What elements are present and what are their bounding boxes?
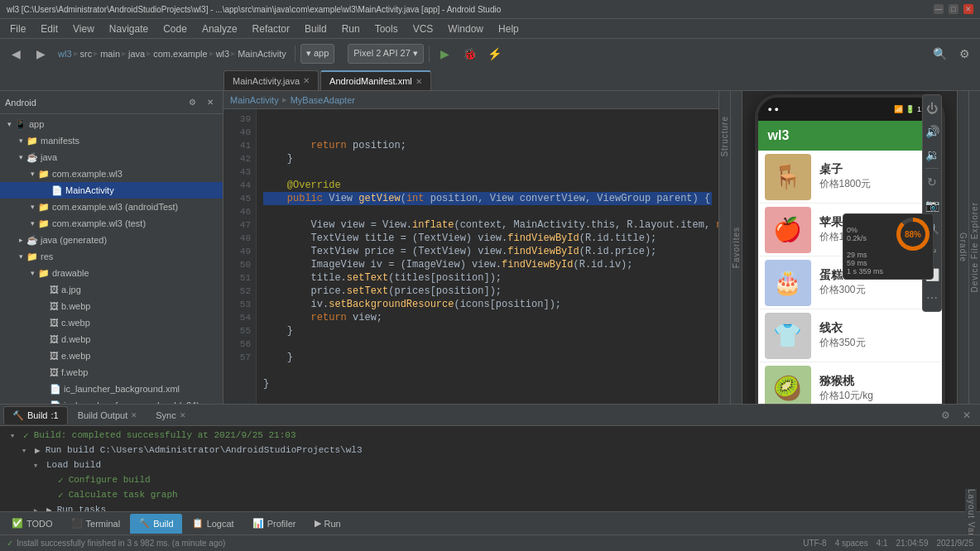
menu-run[interactable]: Run	[335, 22, 367, 36]
build-output-close[interactable]: ✕	[131, 411, 137, 419]
close-button[interactable]: ✕	[963, 4, 973, 14]
sidebar-item-drawable[interactable]: ▾ 📁 drawable	[0, 265, 223, 281]
status-message: Install successfully finished in 3 s 982…	[17, 539, 225, 548]
menu-file[interactable]: File	[3, 22, 32, 36]
build-close-btn[interactable]: ✕	[957, 405, 977, 425]
tree-arrow: ▸	[15, 236, 26, 244]
sidebar-item-ic-bg[interactable]: 📄 ic_launcher_background.xml	[0, 381, 223, 397]
sidebar-item-com-example[interactable]: ▾ 📁 com.example.wl3	[0, 165, 223, 182]
tab-mainactivity-close[interactable]: ✕	[303, 76, 310, 85]
menu-edit[interactable]: Edit	[34, 22, 65, 36]
tree-arrow: ▾	[3, 120, 15, 128]
bottom-tab-profiler[interactable]: 📊 Profiler	[244, 514, 305, 534]
menu-help[interactable]: Help	[492, 22, 526, 36]
tab-mainactivity[interactable]: MainActivity.java ✕	[223, 70, 319, 90]
build-expand[interactable]: ▾	[30, 460, 41, 471]
sidebar-item-ewebp[interactable]: 🖼 e.webp	[0, 347, 223, 364]
perf-row: 0% 0.2k/s 88%	[847, 218, 930, 251]
bottom-tab-terminal[interactable]: ⬛ Terminal	[63, 514, 129, 534]
sidebar-item-dwebp[interactable]: 🖼 d.webp	[0, 331, 223, 347]
sidebar-item-java[interactable]: ▾ ☕ java	[0, 149, 223, 165]
menu-analyze[interactable]: Analyze	[195, 22, 244, 36]
debug-button[interactable]: 🐞	[459, 43, 481, 65]
menu-tools[interactable]: Tools	[368, 22, 405, 36]
sidebar-item-fwebp[interactable]: 🖼 f.webp	[0, 364, 223, 381]
back-button[interactable]: ◀	[5, 43, 26, 65]
favorites-panel[interactable]: Favorites	[730, 91, 742, 404]
ewebp-label: e.webp	[61, 351, 90, 361]
build-expand[interactable]: ▸	[30, 505, 41, 512]
menu-window[interactable]: Window	[441, 22, 490, 36]
bottom-tab-todo[interactable]: ✅ TODO	[3, 514, 61, 534]
bottom-tab-build[interactable]: 🔨 Build	[130, 514, 181, 534]
code-editor[interactable]: return position; } @Override public View…	[257, 109, 718, 404]
build-tab-sync[interactable]: Sync ✕	[147, 406, 194, 424]
menu-vcs[interactable]: VCS	[406, 22, 440, 36]
power-button[interactable]: ⏻	[922, 98, 942, 118]
bottom-tab-logcat[interactable]: 📋 Logcat	[184, 514, 243, 534]
perf-time3: 1 s 359 ms	[847, 267, 930, 276]
phone-app-title: wl3	[768, 128, 790, 143]
sidebar-item-app[interactable]: ▾ 📱 app	[0, 116, 223, 132]
build-expand[interactable]: ▾	[18, 445, 30, 456]
build-settings-btn[interactable]: ⚙	[935, 405, 955, 425]
sidebar-item-ic-fg[interactable]: 📄 ic_launcher_foreground.xml (v24)	[0, 397, 223, 404]
search-everywhere-button[interactable]: 🔍	[929, 43, 950, 65]
taskgraph-icon: ✓	[58, 490, 64, 501]
list-item: 🥝 猕猴桃 价格10元/kg	[758, 362, 942, 404]
sidebar-item-androidtest[interactable]: ▾ 📁 com.example.wl3 (androidTest)	[0, 199, 223, 215]
sidebar-item-ajpg[interactable]: 🖼 a.jpg	[0, 281, 223, 298]
sidebar-item-mainactivity[interactable]: 📄 MainActivity	[0, 182, 223, 199]
toolbar-sep2: ▸	[94, 48, 98, 59]
device-file-explorer-panel[interactable]: Device File Explorer	[968, 91, 980, 404]
sidebar-close[interactable]: ✕	[203, 95, 218, 110]
rotate-button[interactable]: ↻	[922, 172, 942, 192]
device-dropdown[interactable]: Pixel 2 API 27 ▾	[348, 44, 424, 64]
status-encoding[interactable]: UTF-8	[803, 539, 826, 548]
menu-refactor[interactable]: Refactor	[246, 22, 296, 36]
more-button[interactable]: ⋯	[922, 288, 942, 308]
toolbar-wl3: wl3	[58, 49, 72, 59]
item-name: 桌子	[819, 162, 935, 177]
snapshot-button[interactable]: 📷	[922, 195, 942, 215]
tab-androidmanifest-close[interactable]: ✕	[416, 77, 422, 86]
sidebar-item-bwebp[interactable]: 🖼 b.webp	[0, 298, 223, 314]
build-tab-build[interactable]: 🔨 Build :1	[3, 406, 68, 424]
code-view[interactable]: 39 40 41 42 43 44 45 46 47 48 49 50 51 5…	[223, 109, 718, 404]
sidebar-item-cwebp[interactable]: 🖼 c.webp	[0, 314, 223, 331]
sidebar-item-java-gen[interactable]: ▸ ☕ java (generated)	[0, 232, 223, 248]
menu-view[interactable]: View	[66, 22, 101, 36]
menu-code[interactable]: Code	[156, 22, 194, 36]
sidebar-tree: ▾ 📱 app ▾ 📁 manifests ▾ ☕ java ▾ 📁	[0, 114, 223, 404]
breadcrumb-mainactivity: MainActivity	[230, 95, 279, 105]
menu-navigate[interactable]: Navigate	[103, 22, 155, 36]
build-tab-output[interactable]: Build Output ✕	[70, 406, 147, 424]
fwebp-label: f.webp	[61, 367, 88, 377]
forward-button[interactable]: ▶	[30, 43, 51, 65]
sidebar-item-test[interactable]: ▾ 📁 com.example.wl3 (test)	[0, 215, 223, 232]
run-icon: ▶	[315, 518, 321, 529]
build-sync-close[interactable]: ✕	[180, 411, 186, 419]
maximize-button[interactable]: □	[949, 4, 958, 14]
tree-arrow: ▾	[26, 203, 38, 211]
run-button[interactable]: ▶	[435, 43, 456, 65]
menu-bar: File Edit View Navigate Code Analyze Ref…	[0, 18, 980, 38]
build-expand[interactable]: ▾	[7, 430, 18, 441]
app-dropdown[interactable]: ▾ app	[300, 44, 334, 64]
sidebar-settings[interactable]: ⚙	[185, 95, 199, 110]
sidebar-item-res[interactable]: ▾ 📁 res	[0, 248, 223, 265]
bottom-tab-run[interactable]: ▶ Run	[306, 514, 349, 534]
volume-up-button[interactable]: 🔊	[922, 122, 942, 141]
menu-build[interactable]: Build	[298, 22, 334, 36]
settings-button[interactable]: ⚙	[954, 43, 975, 65]
structure-panel[interactable]: Structure	[718, 91, 730, 404]
minimize-button[interactable]: —	[934, 4, 944, 14]
profile-button[interactable]: ⚡	[484, 43, 506, 65]
status-spaces[interactable]: 4 spaces	[835, 539, 868, 548]
sidebar-item-manifests[interactable]: ▾ 📁 manifests	[0, 132, 223, 149]
volume-down-button[interactable]: 🔉	[922, 145, 942, 165]
build-sync-label: Sync	[156, 410, 175, 420]
tab-androidmanifest[interactable]: AndroidManifest.xml ✕	[320, 70, 431, 90]
gradle-panel[interactable]: Gradle	[957, 91, 968, 404]
build-success-text: Build: completed successfully at 2021/9/…	[34, 430, 296, 440]
